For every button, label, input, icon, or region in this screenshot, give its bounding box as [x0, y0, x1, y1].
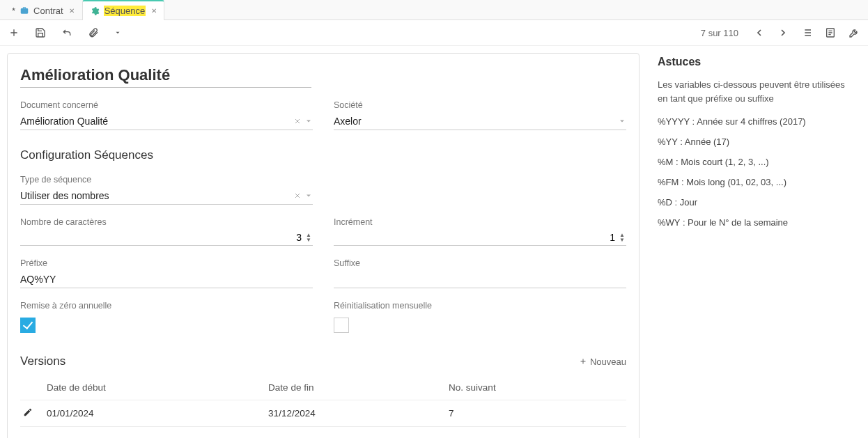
tab-dirty-marker: *	[12, 6, 15, 16]
suffix-input[interactable]	[334, 272, 626, 286]
config-section-title: Configuration Séquences	[20, 148, 626, 162]
clear-icon[interactable]	[293, 117, 302, 125]
monthly-label: Réinitialisation mensuelle	[334, 301, 626, 311]
company-value: Axelor	[334, 114, 615, 128]
hint-line: %YYYY : Année sur 4 chiffres (2017)	[658, 116, 855, 127]
nbchar-input[interactable]: ▲▼	[20, 230, 313, 246]
edit-row-button[interactable]	[20, 400, 44, 427]
hints-title: Astuces	[658, 56, 855, 68]
col-next: No. suivant	[446, 375, 626, 400]
close-icon[interactable]: ✕	[69, 7, 75, 15]
hint-line: %WY : Pour le N° de la semaine	[658, 217, 855, 228]
pencil-icon	[23, 407, 33, 417]
hint-line: %FM : Mois long (01, 02, 03, ...)	[658, 177, 855, 187]
prefix-input[interactable]	[20, 272, 313, 286]
document-label: Document concerné	[20, 100, 313, 110]
clear-icon[interactable]	[293, 191, 302, 200]
seqtype-select[interactable]: Utiliser des nombres	[20, 187, 313, 205]
seqtype-value: Utiliser des nombres	[20, 189, 290, 203]
list-view-icon[interactable]	[801, 27, 812, 38]
monthly-reset-checkbox[interactable]	[334, 318, 349, 333]
attachment-button[interactable]	[88, 27, 99, 38]
form-view-icon[interactable]	[825, 27, 836, 38]
hint-line: %M : Mois court (1, 2, 3, ...)	[658, 157, 855, 167]
record-title[interactable]	[20, 63, 311, 88]
new-version-label: Nouveau	[590, 357, 626, 367]
col-end: Date de fin	[265, 375, 446, 400]
form-card: Document concerné Amélioration Qualité S…	[7, 53, 640, 438]
cell-end: 31/12/2024	[265, 400, 446, 427]
yearly-reset-checkbox[interactable]	[20, 318, 36, 333]
briefcase-icon	[20, 6, 29, 15]
chevron-down-icon[interactable]	[304, 117, 313, 125]
cell-start: 01/01/2024	[44, 400, 265, 427]
gear-icon	[90, 6, 100, 16]
tab-bar: * Contrat ✕ Séquence ✕	[0, 0, 868, 20]
add-button[interactable]	[8, 27, 20, 38]
suffix-label: Suffixe	[334, 258, 626, 268]
versions-table: Date de début Date de fin No. suivant 01…	[20, 375, 626, 427]
increment-input[interactable]: ▲▼	[334, 230, 626, 246]
tab-sequence[interactable]: Séquence ✕	[82, 0, 165, 20]
plus-icon	[579, 357, 587, 366]
nbchar-value[interactable]	[22, 231, 303, 244]
pager-next[interactable]	[777, 27, 789, 38]
hint-line: %YY : Année (17)	[658, 136, 855, 147]
pager-prev[interactable]	[754, 27, 765, 38]
prefix-label: Préfixe	[20, 258, 313, 268]
tab-contrat[interactable]: * Contrat ✕	[4, 0, 82, 20]
hints-panel: Astuces Les variables ci-dessous peuvent…	[652, 53, 861, 240]
chevron-down-icon[interactable]	[304, 191, 313, 200]
document-select[interactable]: Amélioration Qualité	[20, 113, 313, 130]
hints-intro: Les variables ci-dessous peuvent être ut…	[658, 78, 855, 105]
new-version-button[interactable]: Nouveau	[579, 357, 626, 367]
hint-line: %D : Jour	[658, 197, 855, 208]
pager-text: 7 sur 110	[701, 28, 738, 38]
versions-title: Versions	[20, 354, 65, 368]
tools-icon[interactable]	[848, 27, 860, 38]
cell-next: 7	[446, 400, 626, 427]
chevron-down-icon[interactable]	[618, 117, 626, 125]
stepper[interactable]: ▲▼	[619, 233, 625, 242]
toolbar: 7 sur 110	[0, 20, 868, 46]
col-start: Date de début	[44, 375, 265, 400]
table-row[interactable]: 01/01/2024 31/12/2024 7	[20, 400, 626, 427]
more-menu[interactable]	[114, 29, 121, 36]
tab-label: Séquence	[104, 6, 146, 16]
company-select[interactable]: Axelor	[334, 113, 626, 130]
stepper[interactable]: ▲▼	[306, 233, 311, 242]
tab-label: Contrat	[33, 6, 63, 16]
save-button[interactable]	[35, 27, 46, 38]
seqtype-label: Type de séquence	[20, 175, 313, 185]
company-label: Société	[334, 100, 626, 110]
increment-value[interactable]	[335, 231, 617, 244]
back-button[interactable]	[61, 27, 72, 38]
yearly-label: Remise à zéro annuelle	[20, 301, 313, 311]
nbchar-label: Nombre de caractères	[20, 217, 313, 227]
increment-label: Incrément	[334, 217, 626, 227]
document-value: Amélioration Qualité	[20, 114, 290, 128]
close-icon[interactable]: ✕	[151, 7, 157, 15]
